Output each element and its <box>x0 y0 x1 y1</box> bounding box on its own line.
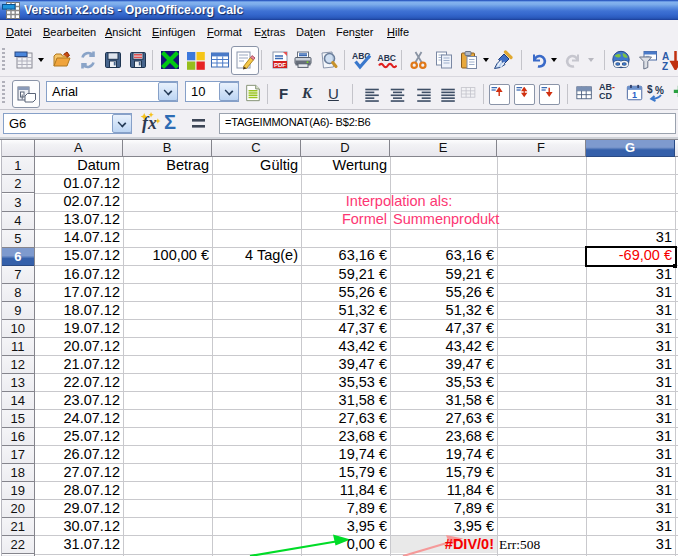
svg-text:ABC: ABC <box>378 53 396 63</box>
svg-text:%: % <box>655 85 664 96</box>
svg-text:PDF: PDF <box>274 62 286 68</box>
svg-text:$: $ <box>647 84 653 95</box>
svg-text:1: 1 <box>632 90 637 100</box>
svg-text:Z: Z <box>662 61 668 71</box>
